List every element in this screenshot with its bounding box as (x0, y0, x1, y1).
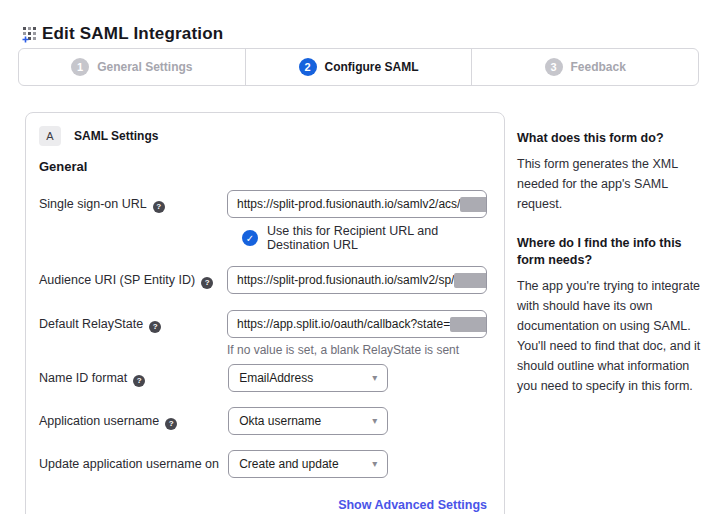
saml-settings-panel: A SAML Settings General Single sign-on U… (25, 112, 505, 514)
nameid-format-select[interactable]: EmailAddress ▾ (228, 364, 388, 392)
app-grid-plus-icon (22, 26, 39, 43)
nameid-format-value: EmailAddress (239, 371, 313, 385)
help-icon[interactable]: ? (153, 201, 165, 213)
update-username-select[interactable]: Create and update ▾ (228, 450, 388, 478)
step-number-badge: 2 (299, 58, 317, 76)
step-configure-saml[interactable]: 2 Configure SAML (246, 49, 473, 85)
update-username-row: Update application username on Create an… (39, 450, 487, 478)
update-username-value: Create and update (239, 457, 338, 471)
help-icon[interactable]: ? (165, 418, 177, 430)
step-number-badge: 3 (545, 58, 563, 76)
page-title: Edit SAML Integration (42, 24, 223, 44)
application-username-row: Application username? Okta username ▾ (39, 407, 487, 435)
relaystate-input[interactable]: https://app.split.io/oauth/callback?stat… (227, 310, 487, 338)
redacted-value-box (454, 273, 487, 288)
sso-url-label: Single sign-on URL? (39, 190, 227, 218)
chevron-down-icon: ▾ (372, 373, 377, 383)
step-number-badge: 1 (71, 58, 89, 76)
panel-title: SAML Settings (74, 129, 158, 143)
relaystate-value: https://app.split.io/oauth/callback?stat… (237, 317, 450, 331)
application-username-select[interactable]: Okta username ▾ (228, 407, 388, 435)
help-sidebar: What does this form do? This form genera… (517, 130, 709, 417)
redacted-value-box (460, 197, 487, 212)
nameid-format-row: Name ID format? EmailAddress ▾ (39, 364, 487, 392)
relaystate-helper-text: If no value is set, a blank RelayState i… (227, 343, 487, 358)
sso-url-input[interactable]: https://split-prod.fusionauth.io/samlv2/… (227, 190, 487, 218)
step-general-settings[interactable]: 1 General Settings (19, 49, 246, 85)
application-username-value: Okta username (239, 414, 321, 428)
recipient-url-checkbox-row: ✓ Use this for Recipient URL and Destina… (242, 224, 487, 252)
recipient-url-checkbox-label: Use this for Recipient URL and Destinati… (267, 224, 487, 252)
application-username-label: Application username? (39, 407, 228, 435)
sidebar-answer-2: The app you're trying to integrate with … (517, 276, 709, 396)
recipient-url-checkbox[interactable]: ✓ (242, 230, 258, 246)
show-advanced-settings-link[interactable]: Show Advanced Settings (338, 498, 487, 512)
chevron-down-icon: ▾ (372, 416, 377, 426)
chevron-down-icon: ▾ (372, 459, 377, 469)
help-icon[interactable]: ? (133, 375, 145, 387)
sso-url-value: https://split-prod.fusionauth.io/samlv2/… (237, 197, 460, 211)
update-username-label: Update application username on (39, 450, 228, 478)
step-label: General Settings (97, 60, 192, 74)
relaystate-label: Default RelayState? (39, 310, 227, 358)
sidebar-answer-1: This form generates the XML needed for t… (517, 154, 709, 214)
nameid-format-label: Name ID format? (39, 364, 228, 392)
audience-uri-input[interactable]: https://split-prod.fusionauth.io/samlv2/… (227, 266, 487, 294)
section-a-badge: A (39, 126, 61, 146)
audience-uri-row: Audience URI (SP Entity ID)? https://spl… (39, 266, 487, 294)
help-icon[interactable]: ? (149, 321, 161, 333)
sidebar-question-1: What does this form do? (517, 130, 709, 147)
step-feedback[interactable]: 3 Feedback (472, 49, 698, 85)
audience-uri-value: https://split-prod.fusionauth.io/samlv2/… (237, 273, 454, 287)
sidebar-question-2: Where do I find the info this form needs… (517, 235, 709, 269)
relaystate-row: Default RelayState? https://app.split.io… (39, 310, 487, 358)
panel-header: A SAML Settings (39, 126, 487, 146)
general-section-heading: General (39, 159, 487, 174)
redacted-value-box (450, 317, 487, 332)
step-label: Configure SAML (325, 60, 419, 74)
sso-url-row: Single sign-on URL? https://split-prod.f… (39, 190, 487, 218)
step-label: Feedback (571, 60, 626, 74)
help-icon[interactable]: ? (201, 277, 213, 289)
audience-uri-label: Audience URI (SP Entity ID)? (39, 266, 227, 294)
wizard-stepper: 1 General Settings 2 Configure SAML 3 Fe… (18, 48, 699, 86)
